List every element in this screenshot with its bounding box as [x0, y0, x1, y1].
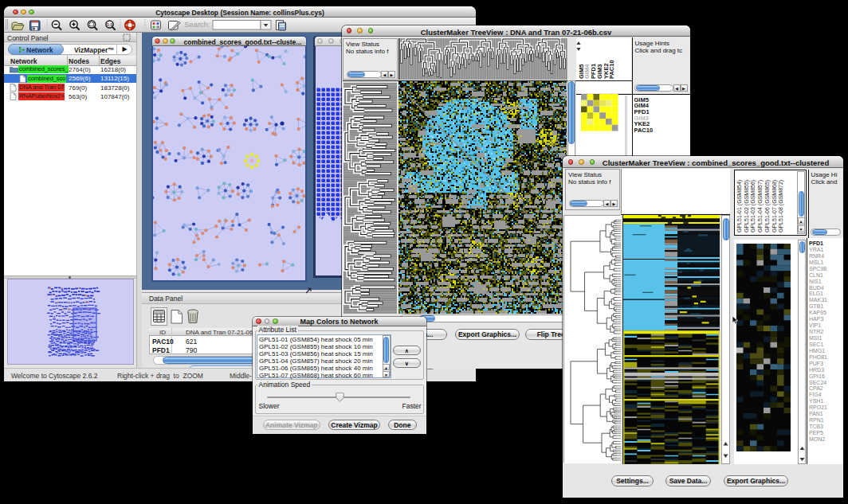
svg-text:GPL51-01 (GSM854): GPL51-01 (GSM854): [736, 180, 743, 232]
svg-text:GPL51-03 (GSM856): GPL51-03 (GSM856): [750, 180, 756, 232]
svg-text:GPL51-04 (GSM857): GPL51-04 (GSM857): [757, 180, 764, 232]
svg-text:GPL51-06 (GSM865): GPL51-06 (GSM865): [764, 180, 771, 232]
svg-text:1:1: 1:1: [107, 22, 112, 27]
svg-text:PAC10: PAC10: [608, 60, 615, 79]
svg-text:GPL51-08 (GSM872): GPL51-08 (GSM872): [778, 180, 784, 232]
svg-text:Search:: Search:: [184, 20, 210, 29]
svg-text:GPL51-02 (GSM855): GPL51-02 (GSM855): [744, 180, 750, 232]
svg-text:GPL51-07 (GSM868): GPL51-07 (GSM868): [771, 180, 778, 232]
